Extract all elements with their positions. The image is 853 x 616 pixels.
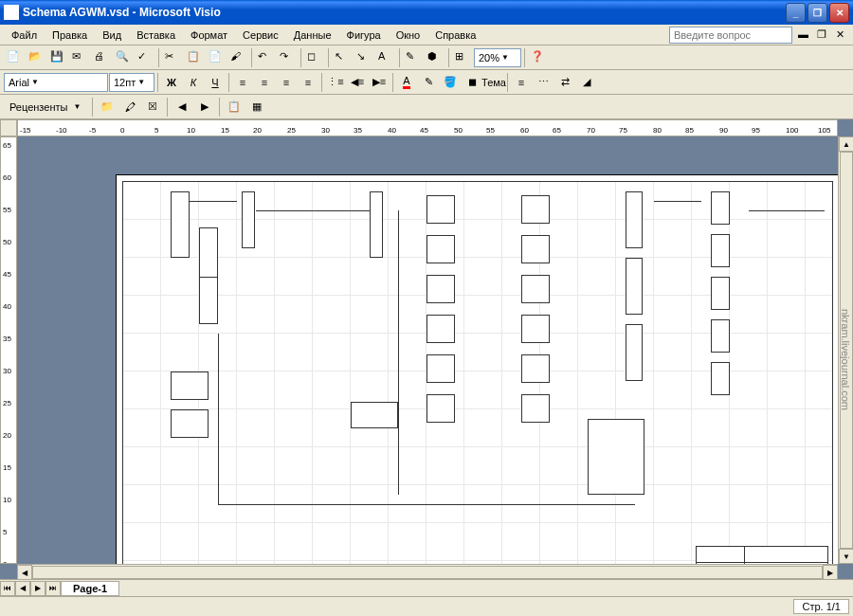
menu-file[interactable]: Файл <box>4 27 45 43</box>
ic-block[interactable] <box>588 419 644 495</box>
menu-view[interactable]: Вид <box>95 27 129 43</box>
align-justify-button[interactable]: ≡ <box>298 72 318 93</box>
ic-block[interactable] <box>426 235 455 263</box>
new-comment-button[interactable]: 📁 <box>97 97 118 118</box>
tab-last-button[interactable]: ⏭ <box>45 581 61 596</box>
undo-button[interactable]: ↶ <box>255 47 276 68</box>
font-name-combo[interactable]: Arial▼ <box>4 73 108 92</box>
highlight-button[interactable]: 🖍 <box>119 97 140 118</box>
scroll-down-button[interactable]: ▼ <box>839 549 853 564</box>
save-button[interactable]: 💾 <box>47 47 68 68</box>
shadow-button[interactable]: ◼ <box>462 72 482 93</box>
ic-block[interactable] <box>370 191 383 258</box>
scroll-left-button[interactable]: ◀ <box>17 565 32 580</box>
ic-block[interactable] <box>199 277 218 324</box>
ic-block[interactable] <box>171 191 190 258</box>
stamp-button[interactable]: ⬢ <box>425 47 445 68</box>
menu-data[interactable]: Данные <box>286 27 339 43</box>
ruler-vertical[interactable]: 65 60 55 50 45 40 35 30 25 20 15 10 5 0 <box>0 136 17 564</box>
align-center-button[interactable]: ≡ <box>254 72 275 93</box>
text-button[interactable]: A <box>375 47 396 68</box>
zoom-combo[interactable]: 20%▼ <box>474 48 521 67</box>
ic-block[interactable] <box>521 235 550 263</box>
connector-button[interactable]: ↘ <box>354 47 374 68</box>
doc-minimize-icon[interactable]: ▬ <box>798 28 811 42</box>
ic-block[interactable] <box>711 362 730 395</box>
format-painter-button[interactable]: 🖌 <box>227 47 248 68</box>
align-right-button[interactable]: ≡ <box>276 72 297 93</box>
ink-button[interactable]: ✎ <box>403 47 424 68</box>
menu-window[interactable]: Окно <box>389 27 428 43</box>
tab-first-button[interactable]: ⏮ <box>0 581 15 596</box>
menu-edit[interactable]: Правка <box>45 27 95 43</box>
autoconnect-button[interactable]: ⊞ <box>452 47 473 68</box>
paste-button[interactable]: 📄 <box>206 47 227 68</box>
print-button[interactable]: 🖨 <box>91 47 112 68</box>
scroll-up-button[interactable]: ▲ <box>839 136 853 152</box>
pane-button[interactable]: ▦ <box>246 97 267 118</box>
track-button[interactable]: 📋 <box>224 97 245 118</box>
font-size-combo[interactable]: 12пт▼ <box>109 73 154 92</box>
redo-button[interactable]: ↷ <box>277 47 298 68</box>
ic-block[interactable] <box>242 191 255 248</box>
ic-block[interactable] <box>426 394 455 423</box>
next-button[interactable]: ▶ <box>194 97 215 118</box>
prev-button[interactable]: ◀ <box>172 97 192 118</box>
delete-comment-button[interactable]: ☒ <box>142 97 163 118</box>
open-button[interactable]: 📂 <box>26 47 46 68</box>
pointer-button[interactable]: ↖ <box>332 47 353 68</box>
ic-block[interactable] <box>426 354 455 383</box>
ic-block[interactable] <box>426 315 455 343</box>
shapes-button[interactable]: ◻ <box>304 47 325 68</box>
title-block[interactable] <box>696 546 828 564</box>
minimize-button[interactable]: _ <box>786 3 806 23</box>
ruler-horizontal[interactable]: -15 -10 -5 0 5 10 15 20 25 30 35 40 45 5… <box>17 119 838 136</box>
increase-indent-button[interactable]: ▶≡ <box>369 72 390 93</box>
page-tab[interactable]: Page-1 <box>61 581 119 596</box>
ic-block[interactable] <box>711 191 730 225</box>
line-pattern-button[interactable]: ⋯ <box>533 72 554 93</box>
cut-button[interactable]: ✂ <box>162 47 183 68</box>
reviewers-dropdown[interactable]: Рецензенты ▼ <box>4 100 88 115</box>
corner-button[interactable]: ◢ <box>576 72 597 93</box>
bullets-button[interactable]: ⋮≡ <box>325 72 346 93</box>
maximize-button[interactable]: ❐ <box>808 3 827 23</box>
help-button[interactable]: ❓ <box>528 47 549 68</box>
help-input[interactable] <box>669 27 792 44</box>
tab-next-button[interactable]: ▶ <box>30 581 45 596</box>
theme-button[interactable]: Тема <box>483 72 504 93</box>
ic-block[interactable] <box>626 258 643 315</box>
ic-block[interactable] <box>426 275 455 303</box>
decrease-indent-button[interactable]: ◀≡ <box>347 72 368 93</box>
line-weight-button[interactable]: ≡ <box>511 72 532 93</box>
italic-button[interactable]: К <box>183 72 204 93</box>
menu-tools[interactable]: Сервис <box>235 27 286 43</box>
scroll-thumb[interactable] <box>32 566 823 579</box>
tab-prev-button[interactable]: ◀ <box>15 581 30 596</box>
menu-shape[interactable]: Фигура <box>339 27 389 43</box>
doc-close-icon[interactable]: ✕ <box>836 28 849 42</box>
ic-block[interactable] <box>626 191 643 248</box>
menu-format[interactable]: Формат <box>183 27 235 43</box>
align-left-button[interactable]: ≡ <box>232 72 253 93</box>
canvas[interactable] <box>17 136 838 564</box>
line-ends-button[interactable]: ⇄ <box>554 72 575 93</box>
new-button[interactable]: 📄 <box>4 47 25 68</box>
ic-block[interactable] <box>426 195 455 224</box>
scrollbar-horizontal[interactable]: ◀ ▶ <box>17 564 838 579</box>
ic-block[interactable] <box>521 195 550 224</box>
menu-insert[interactable]: Вставка <box>129 27 183 43</box>
scroll-right-button[interactable]: ▶ <box>823 565 838 580</box>
doc-restore-icon[interactable]: ❐ <box>817 28 830 42</box>
ic-block[interactable] <box>626 324 643 381</box>
ic-block[interactable] <box>171 409 209 438</box>
ic-block[interactable] <box>521 354 550 383</box>
ic-block[interactable] <box>711 319 730 353</box>
ic-block[interactable] <box>351 402 398 428</box>
ic-block[interactable] <box>521 315 550 343</box>
ic-block[interactable] <box>521 394 550 423</box>
line-color-button[interactable]: ✎ <box>418 72 439 93</box>
copy-button[interactable]: 📋 <box>184 47 205 68</box>
drawing-page[interactable] <box>116 174 838 564</box>
close-button[interactable]: ✕ <box>829 3 849 23</box>
